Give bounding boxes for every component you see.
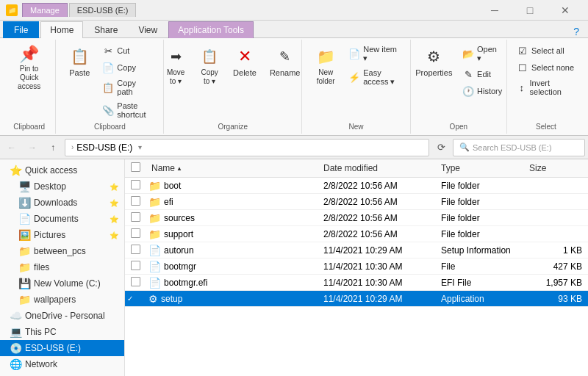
header-name[interactable]: Name ▲ <box>146 163 323 173</box>
select-all-button[interactable]: ☑ Select all <box>513 43 579 59</box>
row-checkbox[interactable] <box>131 277 140 286</box>
copy-to-button[interactable]: 📋 Copyto ▾ <box>194 43 225 90</box>
file-row-check[interactable] <box>125 261 146 272</box>
move-to-button[interactable]: ➡ Moveto ▾ <box>160 43 191 90</box>
tab-application-tools[interactable]: Application Tools <box>168 21 254 38</box>
tab-view[interactable]: View <box>129 21 167 38</box>
sidebar-item-desktop[interactable]: 🖥️ Desktop ⭐ <box>0 178 124 195</box>
pin-to-quick-button[interactable]: 📌 Pin to Quickaccess <box>9 43 49 93</box>
address-input[interactable]: › ESD-USB (E:) ▾ <box>65 139 429 156</box>
sidebar-item-downloads[interactable]: ⬇️ Downloads ⭐ <box>0 195 124 211</box>
address-dropdown[interactable]: ▾ <box>138 143 142 151</box>
between-pcs-icon: 📁 <box>18 245 31 257</box>
file-row-check[interactable] <box>125 196 146 207</box>
sidebar-item-between-pcs[interactable]: 📁 between_pcs <box>0 243 124 259</box>
back-button[interactable]: ← <box>3 139 21 156</box>
edit-button[interactable]: ✎ Edit <box>459 66 506 82</box>
copy-label: Copy <box>117 63 136 72</box>
table-row[interactable]: 📄 autorun 11/4/2021 10:29 AM Setup Infor… <box>125 242 588 258</box>
close-button[interactable]: ✕ <box>548 0 582 21</box>
file-row-date: 11/4/2021 10:29 AM <box>323 245 441 256</box>
refresh-button[interactable]: ⟳ <box>432 139 450 156</box>
file-row-check[interactable] <box>125 212 146 223</box>
select-all-label: Select all <box>531 46 564 55</box>
this-pc-icon: 💻 <box>9 326 22 338</box>
sidebar-item-this-pc[interactable]: 💻 This PC <box>0 324 124 340</box>
up-button[interactable]: ↑ <box>44 139 62 156</box>
file-row-size: 1 KB <box>529 245 588 256</box>
select-label: Select <box>536 121 556 131</box>
tab-share[interactable]: Share <box>85 21 127 38</box>
sidebar-item-onedrive[interactable]: ☁️ OneDrive - Personal <box>0 308 124 324</box>
file-row-check[interactable] <box>125 245 146 256</box>
file-row-date: 2/8/2022 10:56 AM <box>323 229 441 239</box>
ribbon-tab-row: File Home Share View Application Tools ? <box>0 21 588 38</box>
table-row[interactable]: 📁 support 2/8/2022 10:56 AM File folder <box>125 226 588 242</box>
group-organize: ➡ Moveto ▾ 📋 Copyto ▾ ✕ Delete ✎ Rename … <box>164 40 302 134</box>
help-icon[interactable]: ? <box>573 26 579 37</box>
properties-button[interactable]: ⚙ Properties <box>411 43 457 81</box>
minimize-button[interactable]: ─ <box>478 0 512 21</box>
copy-button[interactable]: 📄 Copy <box>98 59 157 76</box>
new-item-button[interactable]: 📄 New item ▾ <box>345 43 404 65</box>
file-name-text: sources <box>164 213 195 223</box>
file-icon: 📄 <box>148 277 161 289</box>
sidebar-item-pictures[interactable]: 🖼️ Pictures ⭐ <box>0 227 124 243</box>
rename-button[interactable]: ✎ Rename <box>265 43 306 81</box>
header-size[interactable]: Size <box>529 163 588 173</box>
sidebar-item-esd-usb[interactable]: 💿 ESD-USB (E:) <box>0 340 124 356</box>
cut-label: Cut <box>117 46 129 55</box>
row-checkbox[interactable] <box>131 212 140 222</box>
file-row-check[interactable]: ✓ <box>125 294 146 303</box>
paste-shortcut-button[interactable]: 📎 Paste shortcut <box>98 99 157 121</box>
select-all-checkbox[interactable] <box>131 162 140 172</box>
paste-button[interactable]: 📋 Paste <box>62 43 97 81</box>
open-button[interactable]: 📂 Open ▾ <box>459 43 506 65</box>
copy-path-button[interactable]: 📋 Copy path <box>98 76 157 98</box>
row-checkbox[interactable]: ✓ <box>125 294 135 303</box>
table-row[interactable]: 📁 sources 2/8/2022 10:56 AM File folder <box>125 210 588 226</box>
pictures-label: Pictures <box>34 230 65 240</box>
tab-file[interactable]: File <box>3 21 39 38</box>
delete-button[interactable]: ✕ Delete <box>228 43 262 81</box>
row-checkbox[interactable] <box>131 180 140 189</box>
file-name-text: autorun <box>164 245 194 256</box>
search-box[interactable]: 🔍 Search ESD-USB (E:) <box>453 139 585 156</box>
cut-button[interactable]: ✂ Cut <box>98 43 157 59</box>
ribbon-content: 📌 Pin to Quickaccess Clipboard 📋 Paste ✂… <box>0 38 588 135</box>
sidebar-item-jarvis[interactable]: 💻 JARVIS <box>0 372 124 376</box>
row-checkbox[interactable] <box>131 196 140 206</box>
table-row[interactable]: 📄 bootmgr.efi 11/4/2021 10:30 AM EFI Fil… <box>125 275 588 291</box>
file-row-check[interactable] <box>125 180 146 191</box>
invert-selection-button[interactable]: ↕ Invert selection <box>513 76 579 98</box>
table-row[interactable]: 📁 efi 2/8/2022 10:56 AM File folder <box>125 194 588 210</box>
history-button[interactable]: 🕐 History <box>459 83 506 99</box>
new-items: 📁 Newfolder 📄 New item ▾ ⚡ Easy access ▾ <box>308 41 404 121</box>
tab-home[interactable]: Home <box>40 21 83 38</box>
sidebar-item-network[interactable]: 🌐 Network <box>0 356 124 372</box>
table-row[interactable]: 📄 bootmgr 11/4/2021 10:30 AM File 427 KB <box>125 258 588 275</box>
new-folder-button[interactable]: 📁 Newfolder <box>308 43 343 90</box>
table-row[interactable]: 📁 boot 2/8/2022 10:56 AM File folder <box>125 178 588 194</box>
file-icon: 📁 <box>148 180 161 192</box>
maximize-button[interactable]: □ <box>513 0 547 21</box>
file-row-check[interactable] <box>125 228 146 239</box>
header-type[interactable]: Type <box>441 163 529 173</box>
manage-tab[interactable]: Manage <box>22 3 68 17</box>
easy-access-button[interactable]: ⚡ Easy access ▾ <box>345 66 404 89</box>
forward-button[interactable]: → <box>24 139 41 156</box>
sidebar-item-documents[interactable]: 📄 Documents ⭐ <box>0 211 124 227</box>
sidebar-item-files[interactable]: 📁 files <box>0 259 124 275</box>
header-check[interactable] <box>125 162 146 174</box>
sidebar-item-new-volume[interactable]: 💾 New Volume (C:) <box>0 275 124 292</box>
edit-icon: ✎ <box>462 68 474 80</box>
file-row-check[interactable] <box>125 277 146 288</box>
row-checkbox[interactable] <box>131 245 140 254</box>
row-checkbox[interactable] <box>131 261 140 270</box>
row-checkbox[interactable] <box>131 228 140 238</box>
table-row[interactable]: ✓ ⚙ setup 11/4/2021 10:29 AM Application… <box>125 291 588 307</box>
sidebar-item-wallpapers[interactable]: 📁 wallpapers <box>0 292 124 308</box>
header-date[interactable]: Date modified <box>323 163 441 173</box>
search-placeholder: Search ESD-USB (E:) <box>473 143 552 152</box>
select-none-button[interactable]: ☐ Select none <box>513 59 579 76</box>
